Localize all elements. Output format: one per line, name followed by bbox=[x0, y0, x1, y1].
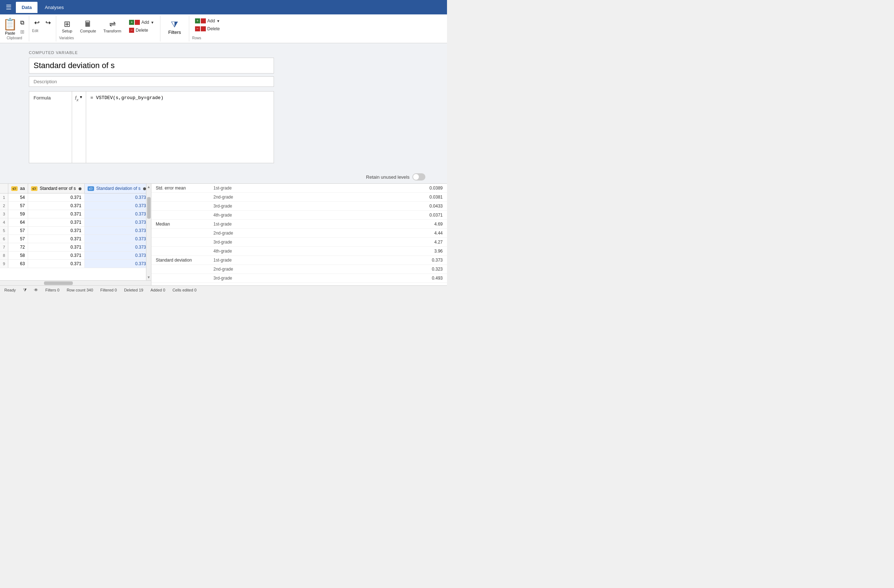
compute-button[interactable]: 🖩 Compute bbox=[78, 18, 98, 35]
add-var-icon2 bbox=[135, 20, 140, 25]
data-table: 🏷 aa 🏷 Standard error of s 🏷 bbox=[0, 184, 146, 268]
copy-button[interactable]: ⧉ bbox=[19, 19, 26, 27]
status-eye-icon[interactable]: 👁 bbox=[34, 288, 38, 292]
cell-std-error: 0.371 bbox=[28, 260, 85, 268]
stats-row: 2nd-grade 4.44 bbox=[151, 229, 447, 238]
clipboard-label: Clipboard bbox=[7, 36, 23, 40]
computed-variable-title-input[interactable] bbox=[29, 58, 274, 74]
table-row: 8 58 0.371 0.373 bbox=[0, 252, 146, 260]
setup-button[interactable]: ⊞ Setup bbox=[59, 18, 75, 35]
formula-input[interactable]: = VSTDEV(s,group_by=grade) bbox=[86, 91, 274, 163]
variables-label: Variables bbox=[59, 36, 157, 40]
clipboard-extra-button[interactable]: ⊞ bbox=[19, 28, 26, 35]
add-row-icon: + bbox=[195, 18, 200, 23]
formula-fx-button[interactable]: fx ▼ bbox=[72, 91, 86, 163]
stat-value: 4.69 bbox=[252, 220, 447, 229]
hamburger-menu[interactable]: ☰ bbox=[3, 2, 14, 13]
stat-value: 0.323 bbox=[252, 265, 447, 274]
aa-tag: 🏷 bbox=[11, 186, 18, 191]
scroll-h-thumb[interactable] bbox=[44, 281, 73, 285]
paste-button[interactable]: 📋 Paste bbox=[3, 17, 17, 35]
cell-rownum: 7 bbox=[0, 243, 8, 252]
table-scrollbar-v[interactable]: ▲ ▼ bbox=[146, 184, 151, 280]
table-row: 2 57 0.371 0.373 bbox=[0, 202, 146, 210]
stats-row: Median 1st-grade 4.69 bbox=[151, 220, 447, 229]
stat-value: 3.96 bbox=[252, 247, 447, 256]
stat-value: 0.0371 bbox=[252, 211, 447, 220]
rows-label: Rows bbox=[192, 36, 223, 40]
transform-button[interactable]: ⇌ Transform bbox=[101, 18, 124, 35]
undo-icon: ↩ bbox=[34, 19, 40, 26]
undo-button[interactable]: ↩ bbox=[32, 17, 42, 28]
stat-grade: 1st-grade bbox=[209, 220, 252, 229]
data-table-scroll[interactable]: 🏷 aa 🏷 Standard error of s 🏷 bbox=[0, 184, 146, 280]
std-dev-tag: 🏷 bbox=[88, 186, 94, 191]
table-row: 1 54 0.371 0.373 bbox=[0, 193, 146, 202]
edit-label: Edit bbox=[32, 29, 53, 33]
stat-value: 0.0381 bbox=[252, 193, 447, 202]
col-header-std-error[interactable]: 🏷 Standard error of s bbox=[28, 184, 85, 193]
stat-grade: 4th-grade bbox=[209, 211, 252, 220]
edit-group: ↩ ↪ Edit bbox=[29, 16, 56, 41]
computed-variable-panel: COMPUTED VARIABLE Formula fx ▼ = VSTDEV(… bbox=[0, 43, 447, 170]
col-header-aa[interactable]: 🏷 aa bbox=[8, 184, 28, 193]
cell-std-dev: 0.373 bbox=[85, 218, 146, 227]
col-header-std-dev[interactable]: 🏷 Standard deviation of s bbox=[85, 184, 146, 193]
status-bar: Ready ⧩ 👁 Filters 0 Row count 340 Filter… bbox=[0, 285, 447, 294]
cell-std-error: 0.371 bbox=[28, 227, 85, 235]
scroll-up-arrow[interactable]: ▲ bbox=[146, 184, 151, 190]
variables-delete-button[interactable]: − Delete bbox=[126, 27, 157, 34]
computed-variable-description-input[interactable] bbox=[29, 76, 274, 87]
ribbon: 📋 Paste ⧉ ⊞ Clipboard ↩ ↪ Edit bbox=[0, 14, 447, 43]
retain-label: Retain unused levels bbox=[366, 174, 409, 180]
cell-std-error: 0.371 bbox=[28, 218, 85, 227]
cell-aa: 64 bbox=[8, 218, 28, 227]
stat-grade: 2nd-grade bbox=[209, 265, 252, 274]
rows-add-button[interactable]: + Add ▼ bbox=[192, 17, 223, 24]
redo-icon: ↪ bbox=[45, 19, 51, 26]
filters-button[interactable]: ⧩ Filters bbox=[165, 17, 184, 37]
status-added: Added 0 bbox=[150, 288, 165, 292]
table-scrollbar-h[interactable] bbox=[0, 280, 151, 285]
cell-aa: 57 bbox=[8, 235, 28, 243]
status-cells-edited: Cells edited 0 bbox=[172, 288, 196, 292]
clipboard-extra-icon: ⊞ bbox=[20, 29, 24, 35]
status-row-count: Row count 340 bbox=[67, 288, 93, 292]
cell-std-dev: 0.373 bbox=[85, 210, 146, 218]
del-row-icon2 bbox=[201, 26, 206, 31]
scroll-down-arrow[interactable]: ▼ bbox=[146, 274, 151, 280]
tab-analyses[interactable]: Analyses bbox=[39, 2, 69, 13]
stat-grade: 3rd-grade bbox=[209, 202, 252, 211]
filter-icon: ⧩ bbox=[171, 20, 178, 30]
tab-data[interactable]: Data bbox=[16, 2, 38, 13]
stats-row: Standard deviation 1st-grade 0.373 bbox=[151, 256, 447, 265]
stat-label bbox=[151, 211, 209, 220]
cell-aa: 57 bbox=[8, 202, 28, 210]
variables-add-button[interactable]: + Add ▼ bbox=[126, 19, 157, 26]
cell-std-dev: 0.373 bbox=[85, 202, 146, 210]
stat-grade: 1st-grade bbox=[209, 184, 252, 193]
add-var-dropdown-icon: ▼ bbox=[151, 21, 154, 24]
copy-icon: ⧉ bbox=[20, 20, 24, 26]
cell-rownum: 5 bbox=[0, 227, 8, 235]
cell-std-dev: 0.373 bbox=[85, 243, 146, 252]
stat-grade: 2nd-grade bbox=[209, 193, 252, 202]
table-row: 3 59 0.371 0.373 bbox=[0, 210, 146, 218]
cell-aa: 59 bbox=[8, 210, 28, 218]
add-var-icon: + bbox=[129, 20, 134, 25]
cell-std-error: 0.371 bbox=[28, 243, 85, 252]
table-row: 5 57 0.371 0.373 bbox=[0, 227, 146, 235]
rows-delete-button[interactable]: − Delete bbox=[192, 25, 223, 32]
stat-label: Std. error mean bbox=[151, 184, 209, 193]
retain-toggle[interactable] bbox=[412, 173, 425, 181]
cell-std-dev: 0.373 bbox=[85, 227, 146, 235]
scroll-thumb[interactable] bbox=[147, 197, 151, 219]
status-filter-icon[interactable]: ⧩ bbox=[23, 288, 27, 292]
status-filters: Filters 0 bbox=[45, 288, 59, 292]
retain-row: Retain unused levels bbox=[0, 170, 447, 183]
redo-button[interactable]: ↪ bbox=[43, 17, 53, 28]
cell-rownum: 6 bbox=[0, 235, 8, 243]
stats-row: 3rd-grade 0.0433 bbox=[151, 202, 447, 211]
computed-variable-label: COMPUTED VARIABLE bbox=[29, 50, 425, 55]
cell-aa: 63 bbox=[8, 260, 28, 268]
